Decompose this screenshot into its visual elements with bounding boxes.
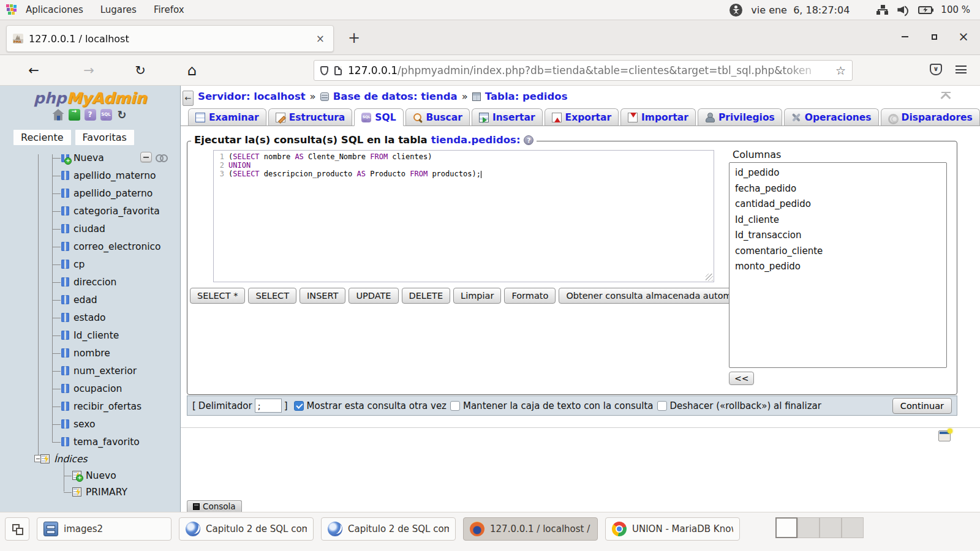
- sql-code-editor[interactable]: 1 (SELECT nombre AS Clente_Nombre FROM c…: [213, 150, 714, 282]
- pma-tab[interactable]: Operaciones: [784, 108, 879, 126]
- accessibility-icon[interactable]: [729, 4, 742, 17]
- sql-snippet-button[interactable]: SELECT: [248, 288, 296, 304]
- bookmark-star-icon[interactable]: ☆: [835, 64, 846, 77]
- workspace-cell[interactable]: [842, 517, 864, 538]
- taskbar-item[interactable]: Capitulo 2 de SQL com My...: [321, 517, 456, 541]
- menu-hamburger-icon[interactable]: [956, 66, 967, 73]
- home-icon[interactable]: [53, 109, 64, 121]
- delimiter-input[interactable]: [255, 399, 282, 413]
- pma-tab[interactable]: Importar: [620, 108, 696, 126]
- show-desktop-button[interactable]: [5, 517, 29, 541]
- url-bar[interactable]: 127.0.0.1/phpmyadmin/index.php?db=tienda…: [314, 60, 853, 81]
- pma-tab[interactable]: Privilegios: [698, 108, 782, 126]
- network-icon[interactable]: [876, 5, 889, 15]
- topbar-menu[interactable]: Lugares: [92, 0, 145, 20]
- tree-item[interactable]: Índices: [0, 451, 180, 467]
- target-table-link[interactable]: tienda.pedidos:: [431, 134, 521, 146]
- tree-item[interactable]: estado: [0, 309, 180, 326]
- page-info-icon[interactable]: [334, 66, 342, 75]
- scroll-top-icon[interactable]: [940, 92, 952, 100]
- sql-snippet-button[interactable]: DELETE: [402, 288, 451, 304]
- url-text[interactable]: 127.0.0.1/phpmyadmin/index.php?db=tienda…: [348, 64, 832, 77]
- checkbox[interactable]: [657, 401, 667, 411]
- page-settings-window-icon[interactable]: [938, 430, 951, 441]
- tree-item[interactable]: apellido_materno: [0, 167, 180, 184]
- tree-item[interactable]: categoria_favorita: [0, 202, 180, 220]
- tree-item[interactable]: Id_cliente: [0, 326, 180, 344]
- workspace-cell[interactable]: [775, 517, 797, 538]
- sql-snippet-button[interactable]: Limpiar: [453, 288, 501, 304]
- tree-item[interactable]: sexo: [0, 415, 180, 433]
- pocket-icon[interactable]: ∨: [930, 64, 942, 75]
- sql-window-icon[interactable]: SQL: [100, 109, 112, 121]
- tree-item[interactable]: correo_electronico: [0, 238, 180, 255]
- tracking-protection-shield-icon[interactable]: [320, 66, 328, 75]
- tree-item[interactable]: ciudad: [0, 220, 180, 238]
- hide-navigation-button[interactable]: ←: [183, 91, 194, 106]
- sidebar-nav-tab[interactable]: Reciente: [13, 130, 71, 145]
- column-option[interactable]: Id_cliente: [729, 212, 946, 228]
- breadcrumb-table-link[interactable]: Tabla: pedidos: [485, 91, 568, 102]
- reload-button[interactable]: ↻: [131, 61, 149, 80]
- continue-button[interactable]: Continuar: [892, 398, 952, 414]
- battery-icon[interactable]: [918, 6, 932, 14]
- taskbar-item[interactable]: images2: [37, 517, 172, 541]
- new-tab-button[interactable]: +: [348, 31, 360, 45]
- column-option[interactable]: comentario_cliente: [729, 244, 946, 260]
- documentation-help-icon[interactable]: ?: [524, 135, 533, 145]
- phpmyadmin-logo[interactable]: phpMyAdmin: [0, 89, 180, 107]
- column-option[interactable]: Id_transaccion: [729, 228, 946, 244]
- tree-item[interactable]: Nueva: [0, 154, 180, 167]
- query-option[interactable]: Mostrar esta consulta otra vez: [294, 400, 447, 411]
- browser-tab[interactable]: 127.0.0.1 / localhost ×: [6, 25, 334, 52]
- home-button[interactable]: ⌂: [183, 61, 201, 80]
- taskbar-item[interactable]: UNION - MariaDB Knowled...: [605, 517, 740, 541]
- topbar-menu[interactable]: Firefox: [145, 0, 193, 20]
- pma-tab[interactable]: Estructura: [268, 108, 353, 126]
- tree-item[interactable]: recibir_ofertas: [0, 397, 180, 415]
- tree-item[interactable]: PRIMARY: [0, 484, 180, 500]
- tree-item[interactable]: edad: [0, 291, 180, 309]
- console-bar[interactable]: Consola: [187, 500, 242, 512]
- pma-tab[interactable]: Buscar: [405, 108, 470, 126]
- refresh-icon[interactable]: ↻: [116, 109, 128, 121]
- column-option[interactable]: fecha_pedido: [729, 181, 946, 197]
- checkbox[interactable]: [450, 401, 460, 411]
- tree-item[interactable]: nombre: [0, 344, 180, 362]
- query-option[interactable]: Deshacer («rollback») al finalizar: [657, 400, 821, 411]
- distro-logo-icon[interactable]: [6, 4, 17, 15]
- breadcrumb-server-link[interactable]: Servidor: localhost: [198, 91, 306, 102]
- column-option[interactable]: monto_pedido: [729, 259, 946, 275]
- tree-item[interactable]: ocupacion: [0, 380, 180, 397]
- pma-tab[interactable]: Insertar: [472, 108, 543, 126]
- tree-item[interactable]: num_exterior: [0, 362, 180, 380]
- topbar-menu[interactable]: Aplicaciones: [17, 0, 92, 20]
- sql-snippet-button[interactable]: Formato: [504, 288, 556, 304]
- columns-listbox[interactable]: id_pedido fecha_pedido cantidad_pedido I…: [729, 162, 947, 368]
- tab-close-icon[interactable]: ×: [314, 32, 327, 45]
- window-minimize-button[interactable]: [897, 29, 913, 45]
- forward-button[interactable]: →: [80, 61, 98, 80]
- help-icon[interactable]: ?: [85, 109, 96, 121]
- clock[interactable]: vie ene 6, 18:27:04: [751, 4, 850, 16]
- window-close-button[interactable]: ×: [956, 29, 971, 45]
- column-option[interactable]: cantidad_pedido: [729, 197, 946, 212]
- checkbox[interactable]: [294, 401, 304, 411]
- pma-tab[interactable]: Exportar: [545, 108, 619, 126]
- query-option[interactable]: Mantener la caja de texto con la consult…: [450, 400, 654, 411]
- pma-tab[interactable]: Examinar: [188, 108, 266, 126]
- sql-snippet-button[interactable]: INSERT: [300, 288, 345, 304]
- back-button[interactable]: ←: [24, 61, 43, 80]
- volume-icon[interactable]: [897, 4, 910, 15]
- pma-tab[interactable]: SQL: [354, 108, 403, 126]
- sql-snippet-button[interactable]: UPDATE: [349, 288, 398, 304]
- taskbar-item[interactable]: 127.0.0.1 / localhost / tien...: [463, 517, 598, 541]
- tree-item[interactable]: Nuevo: [0, 467, 180, 484]
- workspace-cell[interactable]: [797, 517, 820, 538]
- column-option[interactable]: id_pedido: [729, 165, 946, 181]
- tree-item[interactable]: cp: [0, 255, 180, 273]
- workspace-cell[interactable]: [820, 517, 842, 538]
- tree-item[interactable]: tema_favorito: [0, 433, 180, 451]
- editor-resize-handle[interactable]: [706, 274, 713, 281]
- pma-tab[interactable]: Disparadores: [881, 108, 980, 126]
